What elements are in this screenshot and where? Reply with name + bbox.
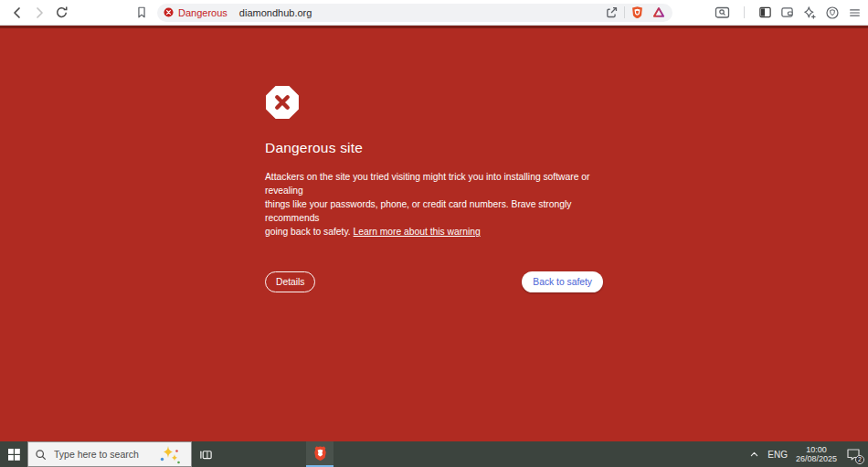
search-highlights-icon[interactable]	[158, 445, 182, 465]
forward-button[interactable]	[28, 3, 50, 23]
back-button[interactable]	[6, 3, 28, 23]
sparkle-stars-icon	[158, 445, 182, 465]
share-button[interactable]	[605, 5, 619, 19]
tab-search-icon	[715, 5, 730, 19]
dangerous-warning-icon	[164, 7, 174, 17]
body-line-1: Attackers on the site you tried visiting…	[265, 172, 589, 196]
dangerous-site-interstitial: Dangerous site Attackers on the site you…	[0, 26, 868, 441]
interstitial-content: Dangerous site Attackers on the site you…	[265, 85, 603, 292]
action-center-button[interactable]: 2	[845, 447, 862, 462]
search-icon	[35, 449, 47, 461]
windows-taskbar: ENG 10:00 26/08/2025 2	[0, 441, 868, 467]
stop-octagon-x-icon	[265, 85, 300, 120]
leo-ai-button[interactable]	[802, 5, 817, 20]
notification-count-badge: 2	[855, 455, 864, 464]
menu-button[interactable]	[848, 6, 862, 19]
tray-chevron-up-icon[interactable]	[749, 450, 759, 459]
body-line-3: going back to safety.	[265, 227, 351, 237]
clock-time: 10:00	[796, 445, 837, 455]
bookmark-button[interactable]	[131, 3, 153, 23]
vpn-shield-button[interactable]	[825, 5, 840, 20]
interstitial-buttons: Details Back to safety	[265, 271, 603, 292]
urlbar-divider	[624, 6, 625, 18]
hamburger-menu-icon	[848, 6, 862, 19]
brave-shields-button[interactable]	[630, 5, 644, 19]
language-indicator[interactable]: ENG	[767, 450, 788, 460]
task-view-icon	[199, 448, 213, 462]
back-to-safety-button[interactable]: Back to safety	[522, 271, 603, 292]
brave-rewards-button[interactable]	[651, 5, 666, 19]
brave-shields-icon	[630, 5, 644, 19]
sidebar-icon	[758, 5, 772, 19]
system-tray: ENG 10:00 26/08/2025 2	[749, 441, 868, 467]
toolbar-divider	[744, 6, 745, 18]
bookmark-icon	[135, 5, 148, 19]
wallet-icon	[780, 5, 794, 19]
windows-logo-icon	[8, 449, 20, 461]
sparkle-ai-icon	[802, 5, 817, 20]
search-input[interactable]	[52, 448, 151, 461]
tab-search-button[interactable]	[715, 5, 730, 19]
url-text[interactable]: diamondhub.org	[239, 7, 312, 18]
security-warning-label[interactable]: Dangerous	[178, 7, 228, 18]
sidebar-toggle-button[interactable]	[758, 5, 772, 19]
reload-icon	[55, 5, 69, 19]
browser-window: Dangerous diamondhub.org	[0, 0, 868, 467]
toolbar-right-icons	[715, 5, 862, 20]
taskbar-clock[interactable]: 10:00 26/08/2025	[796, 445, 837, 464]
clock-date: 26/08/2025	[796, 454, 837, 464]
details-button[interactable]: Details	[265, 271, 315, 292]
brave-logo-triangle-icon	[651, 5, 666, 19]
forward-icon	[32, 5, 47, 20]
address-bar[interactable]: Dangerous diamondhub.org	[157, 4, 672, 22]
learn-more-link[interactable]: Learn more about this warning	[354, 227, 481, 237]
page-title: Dangerous site	[265, 140, 603, 156]
brave-browser-icon	[312, 445, 328, 462]
body-line-2: things like your passwords, phone, or cr…	[265, 199, 571, 223]
task-view-button[interactable]	[192, 441, 219, 467]
brave-wallet-button[interactable]	[780, 5, 794, 19]
reload-button[interactable]	[50, 3, 72, 23]
browser-toolbar: Dangerous diamondhub.org	[0, 0, 868, 26]
warning-body-text: Attackers on the site you tried visiting…	[265, 170, 603, 239]
back-icon	[10, 5, 25, 20]
shield-badge-icon	[825, 5, 840, 20]
taskbar-search-box[interactable]	[27, 441, 192, 467]
start-button[interactable]	[0, 441, 27, 467]
taskbar-brave-app-button[interactable]	[306, 441, 333, 467]
share-icon	[605, 5, 619, 19]
